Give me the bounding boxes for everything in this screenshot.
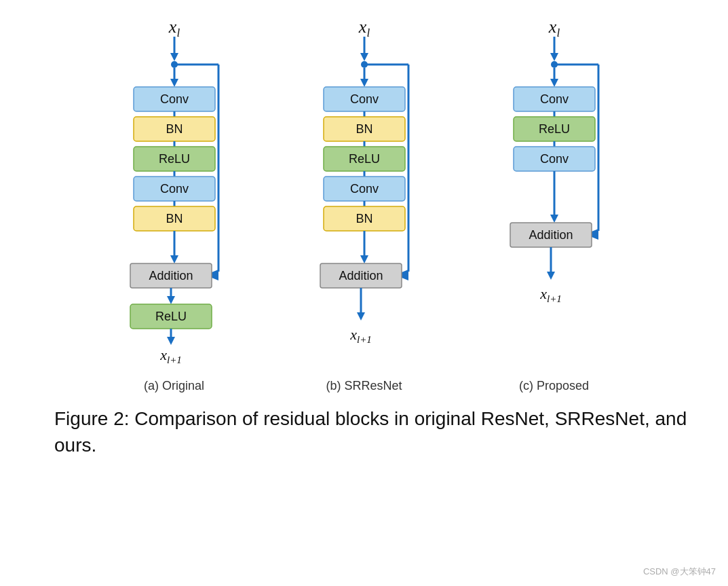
svg-text:ReLU: ReLU — [158, 152, 189, 166]
svg-marker-34 — [167, 337, 175, 345]
watermark: CSDN @大笨钟47 — [643, 566, 716, 578]
svg-proposed: xl Conv ReLU Conv — [480, 14, 629, 373]
svg-text:xl: xl — [548, 17, 560, 39]
svg-marker-86 — [550, 215, 558, 223]
svg-marker-66 — [357, 312, 365, 321]
svg-text:ReLU: ReLU — [348, 152, 379, 166]
svg-text:xl: xl — [358, 17, 370, 39]
svg-marker-8 — [170, 79, 178, 87]
svg-text:Conv: Conv — [539, 152, 568, 166]
svg-text:xl: xl — [168, 17, 180, 39]
svg-text:Conv: Conv — [349, 92, 378, 106]
caption-proposed: (c) Proposed — [519, 379, 589, 393]
svg-marker-24 — [170, 255, 178, 263]
svg-text:BN: BN — [166, 122, 183, 136]
svg-text:BN: BN — [356, 122, 372, 136]
svg-marker-60 — [360, 255, 368, 263]
svg-text:ReLU: ReLU — [155, 310, 186, 323]
svg-text:xl+1: xl+1 — [159, 346, 182, 365]
diagram-original: xl Conv BN ReLU — [100, 14, 249, 393]
svg-text:Conv: Conv — [349, 182, 378, 196]
svg-text:Conv: Conv — [159, 182, 188, 196]
svg-text:Conv: Conv — [539, 92, 568, 106]
svg-text:Conv: Conv — [159, 92, 188, 106]
svg-text:xl+1: xl+1 — [349, 326, 372, 345]
svg-marker-76 — [550, 79, 558, 87]
svg-text:xl+1: xl+1 — [539, 285, 562, 304]
svg-original: xl Conv BN ReLU — [100, 14, 249, 373]
svg-text:BN: BN — [356, 212, 372, 225]
diagram-proposed: xl Conv ReLU Conv — [480, 14, 629, 393]
svg-marker-44 — [360, 79, 368, 87]
svg-marker-38 — [360, 53, 368, 61]
svg-srresnet: xl Conv BN ReLU — [290, 14, 439, 373]
diagram-srresnet: xl Conv BN ReLU — [290, 14, 439, 393]
caption-original: (a) Original — [144, 379, 204, 393]
svg-text:Addition: Addition — [149, 269, 193, 282]
svg-text:BN: BN — [166, 212, 183, 225]
svg-marker-30 — [167, 296, 175, 304]
svg-text:Addition: Addition — [339, 269, 383, 282]
svg-marker-2 — [170, 53, 178, 61]
svg-marker-92 — [547, 272, 555, 280]
svg-marker-70 — [550, 53, 558, 61]
svg-text:Addition: Addition — [529, 228, 573, 242]
diagrams-row: xl Conv BN ReLU — [0, 14, 728, 393]
caption-srresnet: (b) SRResNet — [326, 379, 402, 393]
svg-text:ReLU: ReLU — [538, 122, 569, 136]
figure-caption: Figure 2: Comparison of residual blocks … — [20, 405, 728, 458]
